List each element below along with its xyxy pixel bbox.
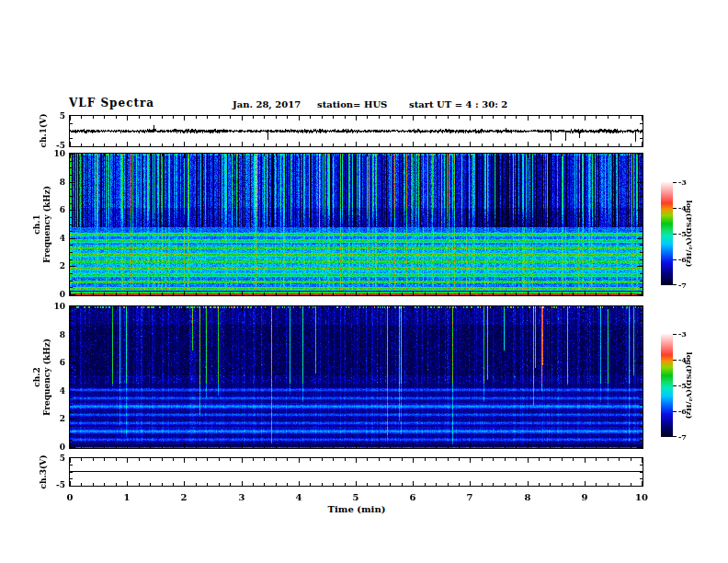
axis-tick <box>640 356 643 357</box>
colorbar-tick-label: -5 <box>678 381 695 390</box>
axis-tick <box>70 478 73 479</box>
axis-tick <box>619 116 620 119</box>
axis-tick <box>390 144 391 146</box>
axis-tick <box>637 294 643 295</box>
axis-tick <box>333 306 334 309</box>
axis-tick <box>642 481 643 486</box>
axis-tick <box>70 314 73 315</box>
axis-tick <box>585 154 586 158</box>
axis-tick <box>436 154 437 156</box>
axis-tick <box>299 458 300 463</box>
axis-tick <box>528 154 529 158</box>
axis-tick <box>402 483 403 486</box>
axis-tick <box>573 445 574 448</box>
axis-tick <box>70 397 73 398</box>
axis-tick <box>402 445 403 448</box>
axis-tick <box>127 291 128 295</box>
axis-tick <box>230 116 231 119</box>
axis-tick <box>264 306 265 309</box>
axis-tick <box>104 116 105 119</box>
axis-tick <box>356 458 357 463</box>
axis-tick <box>448 293 449 295</box>
axis-tick <box>436 445 437 448</box>
axis-tick <box>356 142 357 146</box>
freq-tick-label: 2 <box>51 414 65 423</box>
axis-tick <box>637 306 643 307</box>
axis-tick <box>640 245 643 246</box>
axis-tick <box>640 433 643 434</box>
axis-tick <box>70 391 75 392</box>
axis-tick <box>287 483 288 486</box>
axis-tick <box>596 154 597 156</box>
axis-tick <box>207 293 208 295</box>
axis-tick <box>253 144 254 146</box>
time-tick-label: 10 <box>632 493 651 502</box>
axis-tick <box>596 144 597 146</box>
axis-tick <box>81 116 82 119</box>
axis-tick <box>505 293 506 295</box>
axis-tick <box>356 481 357 486</box>
axis-tick <box>81 154 82 156</box>
axis-tick <box>219 144 220 146</box>
axis-tick <box>310 154 311 156</box>
axis-tick <box>631 144 631 146</box>
axis-tick <box>640 465 643 465</box>
axis-tick <box>93 116 94 119</box>
axis-tick <box>425 154 426 156</box>
axis-tick <box>470 116 471 121</box>
axis-tick <box>70 426 73 427</box>
axis-tick <box>93 154 94 156</box>
axis-tick <box>573 154 574 156</box>
axis-tick <box>562 445 563 448</box>
axis-tick <box>253 154 254 156</box>
axis-tick <box>173 154 174 156</box>
axis-tick <box>345 306 346 309</box>
axis-tick <box>631 445 631 448</box>
axis-tick <box>70 123 73 124</box>
axis-tick <box>299 306 300 311</box>
axis-tick <box>379 154 380 156</box>
axis-tick <box>219 154 220 156</box>
axis-tick <box>637 238 643 239</box>
axis-tick <box>264 116 265 119</box>
axis-tick <box>573 483 574 486</box>
axis-tick <box>253 116 254 119</box>
axis-tick <box>150 144 151 146</box>
axis-tick <box>70 405 73 406</box>
axis-tick <box>470 154 471 158</box>
axis-tick <box>379 116 380 119</box>
axis-tick <box>425 144 426 146</box>
axis-tick <box>619 154 620 156</box>
ch3-wave-ylabel: ch.3(V) <box>39 455 49 489</box>
time-tick-label: 9 <box>575 493 594 502</box>
axis-tick <box>448 483 449 486</box>
axis-tick <box>70 161 73 162</box>
axis-tick <box>573 306 574 309</box>
axis-tick <box>81 293 82 295</box>
axis-tick <box>631 293 631 295</box>
colorbar-tick <box>673 284 677 285</box>
axis-tick <box>562 116 563 119</box>
axis-tick <box>493 144 494 146</box>
axis-tick <box>640 327 643 328</box>
axis-tick <box>482 458 483 461</box>
axis-tick <box>173 483 174 486</box>
axis-tick <box>413 458 414 463</box>
freq-tick-label: 10 <box>51 149 65 158</box>
axis-tick <box>70 335 75 336</box>
axis-tick <box>162 293 163 295</box>
colorbar-1 <box>661 182 673 285</box>
axis-tick <box>70 433 73 434</box>
volt-tick-label: 5 <box>51 454 65 463</box>
axis-tick <box>640 231 643 232</box>
colorbar-tick-label: -7 <box>678 432 695 442</box>
axis-tick <box>640 131 643 132</box>
axis-tick <box>81 306 82 309</box>
axis-tick <box>402 458 403 461</box>
axis-tick <box>413 443 414 448</box>
axis-tick <box>640 123 643 124</box>
axis-tick <box>310 116 311 119</box>
freq-tick-label: 8 <box>51 178 65 187</box>
axis-tick <box>505 144 506 146</box>
axis-tick <box>379 445 380 448</box>
